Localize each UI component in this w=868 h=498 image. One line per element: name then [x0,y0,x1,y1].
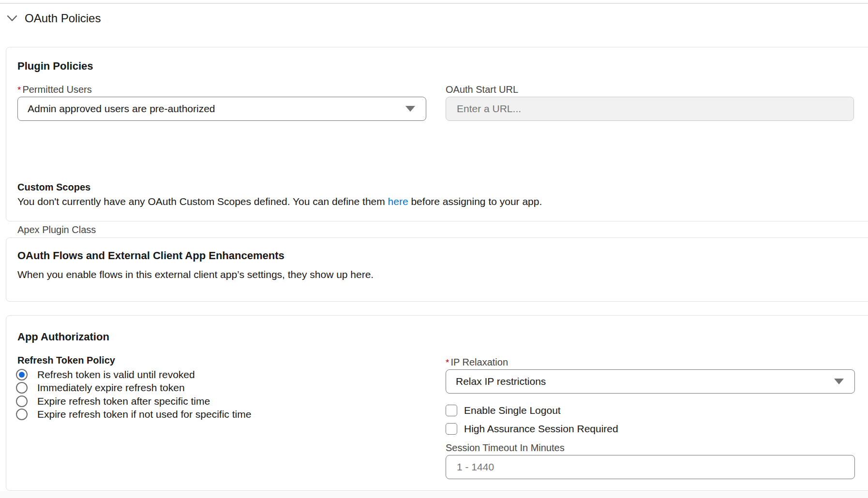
apex-plugin-class-label: Apex Plugin Class [17,224,96,235]
custom-scopes-text-after: before assigning to your app. [408,196,542,207]
high-assurance-session-checkbox[interactable]: High Assurance Session Required [446,423,618,435]
custom-scopes-here-link[interactable]: here [388,196,408,207]
oauth-flows-description: When you enable flows in this external c… [17,268,374,280]
radio-button-icon[interactable] [16,409,28,420]
radio-expire-after-time[interactable]: Expire refresh token after specific time [16,395,251,408]
plugin-policies-card: Plugin Policies *Permitted Users Admin a… [6,47,868,221]
required-asterisk: * [17,85,21,95]
app-authorization-card: App Authorization Refresh Token Policy R… [6,315,868,491]
checkbox-label: High Assurance Session Required [464,423,618,435]
permitted-users-label: *Permitted Users [17,84,92,95]
plugin-policies-heading: Plugin Policies [17,60,93,73]
oauth-start-url-label: OAuth Start URL [446,84,518,95]
permitted-users-select[interactable]: Admin approved users are pre-authorized [17,97,426,121]
top-divider [0,3,868,4]
oauth-policies-section-header[interactable]: OAuth Policies [7,12,101,25]
ip-relaxation-label: *IP Relaxation [446,357,508,368]
oauth-flows-heading: OAuth Flows and External Client App Enha… [17,249,284,262]
radio-button-icon[interactable] [16,395,28,407]
refresh-token-policy-radio-group: Refresh token is valid until revoked Imm… [16,368,251,421]
radio-button-icon[interactable] [16,369,28,381]
session-timeout-input[interactable] [446,455,855,479]
radio-expire-if-not-used[interactable]: Expire refresh token if not used for spe… [16,408,251,422]
custom-scopes-label: Custom Scopes [17,182,90,193]
checkbox-icon[interactable] [446,405,457,416]
chevron-down-icon[interactable] [7,15,17,22]
radio-label: Expire refresh token after specific time [37,395,210,407]
dropdown-arrow-icon [834,379,844,384]
radio-refresh-valid-until-revoked[interactable]: Refresh token is valid until revoked [16,368,251,381]
checkbox-icon[interactable] [446,423,457,435]
radio-label: Immediately expire refresh token [37,382,185,394]
required-asterisk: * [446,357,449,367]
custom-scopes-text: You don't currently have any OAuth Custo… [17,195,542,207]
dropdown-arrow-icon [405,106,415,112]
ip-relaxation-value: Relax IP restrictions [456,376,834,387]
permitted-users-value: Admin approved users are pre-authorized [28,103,405,115]
custom-scopes-text-before: You don't currently have any OAuth Custo… [17,196,388,207]
refresh-token-policy-label: Refresh Token Policy [17,355,115,366]
radio-label: Refresh token is valid until revoked [37,369,195,381]
radio-button-icon[interactable] [16,382,28,394]
checkbox-label: Enable Single Logout [464,405,561,416]
oauth-start-url-input[interactable] [446,97,854,121]
bottom-page-strip [0,491,868,498]
radio-label: Expire refresh token if not used for spe… [37,409,251,420]
radio-immediately-expire[interactable]: Immediately expire refresh token [16,381,251,395]
enable-single-logout-checkbox[interactable]: Enable Single Logout [446,405,561,416]
session-timeout-label: Session Timeout In Minutes [446,442,565,453]
app-authorization-heading: App Authorization [17,331,109,343]
ip-relaxation-select[interactable]: Relax IP restrictions [446,369,855,394]
oauth-flows-card: OAuth Flows and External Client App Enha… [6,237,868,302]
section-title: OAuth Policies [25,12,101,25]
